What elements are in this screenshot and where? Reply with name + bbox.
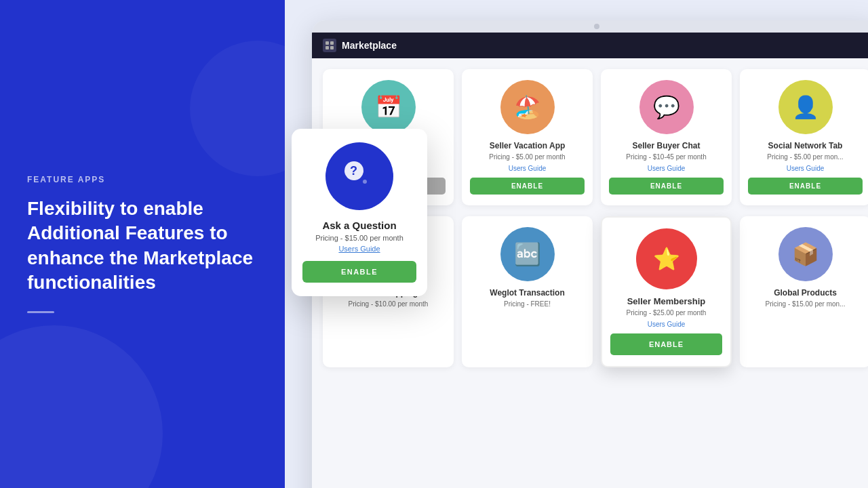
usps-pricing: Pricing - $10.00 per month <box>349 300 429 308</box>
social-network-name: Social Network Tab <box>768 141 843 150</box>
seller-vacation-button[interactable]: ENABLE <box>470 178 585 195</box>
app-card-weglot: 🔤 Weglot Transaction Pricing - FREE! <box>462 216 593 367</box>
global-products-icon: 📦 <box>778 227 833 281</box>
seller-vacation-guide[interactable]: Users Guide <box>509 165 547 172</box>
seller-vacation-name: Seller Vacation App <box>490 141 566 150</box>
seller-buyer-chat-pricing: Pricing - $10-45 per month <box>626 153 706 161</box>
svg-rect-0 <box>326 41 329 45</box>
app-card-social-network: 👤 Social Network Tab Pricing - $5.00 per… <box>740 69 868 205</box>
seller-buyer-chat-icon: 💬 <box>639 80 694 134</box>
seller-membership-name: Seller Membership <box>627 296 706 306</box>
ask-question-guide[interactable]: Users Guide <box>338 245 380 253</box>
global-products-name: Global Products <box>774 288 837 298</box>
booking-app-icon: 📅 <box>361 80 416 134</box>
feature-label: FEATURE APPS <box>27 175 258 184</box>
floating-card-ask-question: ? Ask a Question Pricing - $15.00 per mo… <box>292 129 427 296</box>
svg-rect-3 <box>330 46 334 49</box>
device-top-bar <box>312 20 868 33</box>
seller-buyer-chat-button[interactable]: ENABLE <box>609 178 724 195</box>
social-network-button[interactable]: ENABLE <box>748 178 863 195</box>
ask-question-title: Ask a Question <box>322 220 396 231</box>
marketplace-title: Marketplace <box>342 40 397 51</box>
weglot-pricing: Pricing - FREE! <box>504 300 551 308</box>
ask-question-enable-button[interactable]: ENABLE <box>302 261 416 283</box>
social-network-icon: 👤 <box>778 80 833 134</box>
seller-membership-guide[interactable]: Users Guide <box>648 321 686 328</box>
seller-membership-pricing: Pricing - $25.00 per month <box>627 309 707 317</box>
global-products-pricing: Pricing - $15.00 per mon... <box>766 300 846 308</box>
svg-rect-1 <box>330 41 334 45</box>
social-network-guide[interactable]: Users Guide <box>787 165 825 172</box>
ask-question-icon: ? <box>326 142 393 210</box>
app-card-seller-buyer-chat: 💬 Seller Buyer Chat Pricing - $10-45 per… <box>601 69 732 205</box>
marketplace-app-icon <box>323 39 336 52</box>
device-camera <box>594 24 599 29</box>
svg-point-6 <box>363 180 367 184</box>
svg-text:?: ? <box>350 164 357 178</box>
marketplace-header: Marketplace <box>312 33 868 58</box>
right-panel: Marketplace 📅 Booking App Pricing - $5.0… <box>285 0 868 488</box>
ask-question-pricing: Pricing - $15.00 per month <box>315 234 403 242</box>
app-card-seller-membership: ⭐ Seller Membership Pricing - $25.00 per… <box>601 216 732 367</box>
seller-buyer-chat-guide[interactable]: Users Guide <box>648 165 686 172</box>
weglot-name: Weglot Transaction <box>490 288 564 298</box>
weglot-icon: 🔤 <box>500 227 555 281</box>
seller-vacation-icon: 🏖️ <box>500 80 555 134</box>
svg-rect-2 <box>326 46 329 49</box>
app-card-seller-vacation: 🏖️ Seller Vacation App Pricing - $5.00 p… <box>462 69 593 205</box>
left-panel: FEATURE APPS Flexibility to enable Addit… <box>0 0 285 488</box>
seller-membership-button[interactable]: ENABLE <box>610 333 722 355</box>
feature-divider <box>27 311 54 313</box>
seller-membership-icon: ⭐ <box>636 228 697 289</box>
seller-vacation-pricing: Pricing - $5.00 per month <box>489 153 565 161</box>
app-card-global-products: 📦 Global Products Pricing - $15.00 per m… <box>740 216 868 367</box>
feature-title: Flexibility to enable Additional Feature… <box>27 197 258 296</box>
seller-buyer-chat-name: Seller Buyer Chat <box>632 141 700 150</box>
social-network-pricing: Pricing - $5.00 per mon... <box>767 153 843 161</box>
